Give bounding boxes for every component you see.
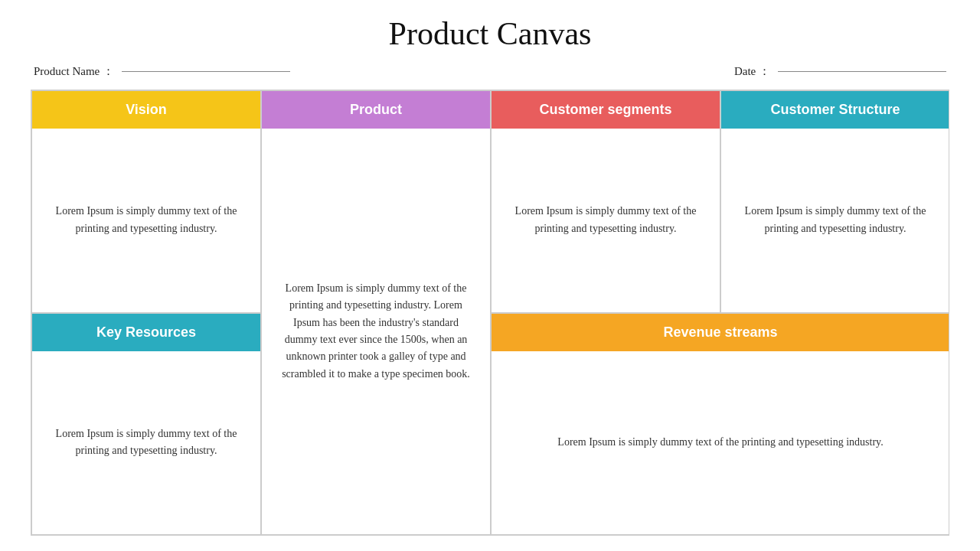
vision-body: Lorem Ipsum is simply dummy text of the … bbox=[32, 129, 260, 312]
product-name-label: Product Name ： bbox=[34, 64, 114, 79]
customer-segments-cell: Customer segments Lorem Ipsum is simply … bbox=[491, 90, 720, 313]
customer-structure-text: Lorem Ipsum is simply dummy text of the … bbox=[735, 203, 936, 237]
product-name-meta: Product Name ： bbox=[34, 64, 290, 79]
vision-text: Lorem Ipsum is simply dummy text of the … bbox=[46, 203, 247, 237]
date-meta: Date ： bbox=[734, 64, 946, 79]
canvas-grid: Vision Lorem Ipsum is simply dummy text … bbox=[31, 90, 949, 536]
date-line bbox=[778, 71, 946, 72]
meta-row: Product Name ： Date ： bbox=[31, 64, 949, 79]
product-cell: Product Lorem Ipsum is simply dummy text… bbox=[261, 90, 491, 535]
product-header: Product bbox=[262, 91, 490, 129]
revenue-streams-text: Lorem Ipsum is simply dummy text of the … bbox=[557, 434, 883, 451]
revenue-streams-cell: Revenue streams Lorem Ipsum is simply du… bbox=[491, 313, 949, 536]
product-name-line bbox=[122, 71, 290, 72]
customer-segments-text: Lorem Ipsum is simply dummy text of the … bbox=[505, 203, 706, 237]
page-title: Product Canvas bbox=[31, 15, 949, 52]
product-body: Lorem Ipsum is simply dummy text of the … bbox=[262, 129, 490, 534]
title-area: Product Canvas bbox=[31, 15, 949, 52]
customer-segments-body: Lorem Ipsum is simply dummy text of the … bbox=[492, 129, 720, 312]
key-resources-body: Lorem Ipsum is simply dummy text of the … bbox=[32, 351, 260, 535]
key-resources-text: Lorem Ipsum is simply dummy text of the … bbox=[46, 425, 247, 460]
revenue-streams-body: Lorem Ipsum is simply dummy text of the … bbox=[492, 351, 949, 535]
page: Product Canvas Product Name ： Date ： Vis… bbox=[0, 0, 980, 551]
key-resources-header: Key Resources bbox=[32, 314, 260, 351]
customer-structure-header: Customer Structure bbox=[721, 91, 949, 129]
product-text: Lorem Ipsum is simply dummy text of the … bbox=[276, 280, 476, 383]
key-resources-cell: Key Resources Lorem Ipsum is simply dumm… bbox=[31, 313, 261, 536]
revenue-streams-header: Revenue streams bbox=[492, 314, 949, 351]
customer-segments-header: Customer segments bbox=[492, 91, 720, 129]
customer-structure-cell: Customer Structure Lorem Ipsum is simply… bbox=[720, 90, 949, 313]
customer-structure-body: Lorem Ipsum is simply dummy text of the … bbox=[721, 129, 949, 312]
vision-header: Vision bbox=[32, 91, 260, 129]
vision-cell: Vision Lorem Ipsum is simply dummy text … bbox=[31, 90, 261, 313]
date-label: Date ： bbox=[734, 64, 770, 79]
